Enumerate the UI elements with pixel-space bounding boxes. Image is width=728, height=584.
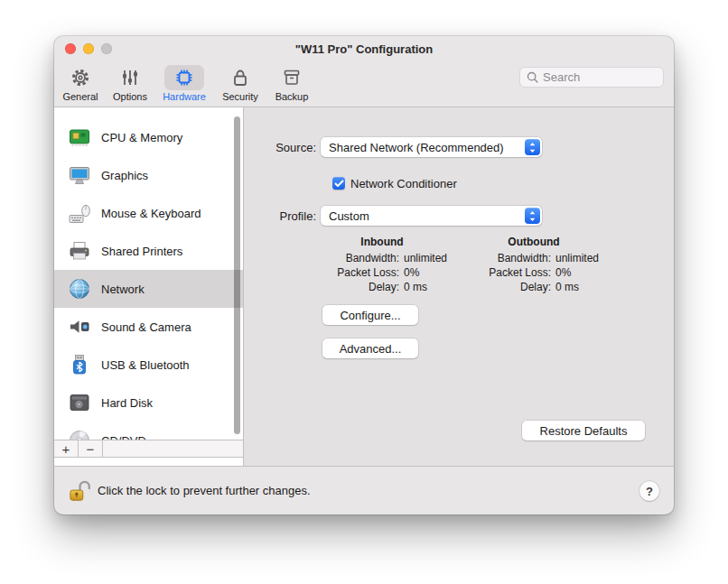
profile-dropdown-value: Custom <box>329 209 542 223</box>
sidebar-item-label: USB & Bluetooth <box>101 358 190 372</box>
stat-row: Delay: 0 ms <box>477 280 612 294</box>
tab-general-label: General <box>62 91 98 102</box>
sidebar-item-label: Mouse & Keyboard <box>101 207 201 220</box>
sidebar-item-hard-disk[interactable]: Hard Disk <box>54 384 243 422</box>
remove-device-button[interactable]: − <box>79 440 103 457</box>
hard-disk-icon <box>67 390 92 415</box>
minimize-window-button[interactable] <box>83 43 94 54</box>
outbound-stats: Outbound Bandwidth: unlimited Packet Los… <box>477 236 612 294</box>
lock-icon <box>229 67 251 88</box>
profile-label: Profile: <box>244 209 316 223</box>
restore-defaults-button[interactable]: Restore Defaults <box>522 421 645 440</box>
toolbar: General Options <box>54 61 674 107</box>
tab-backup-label: Backup <box>275 91 309 102</box>
printer-icon <box>67 238 92 264</box>
sidebar-item-label: CPU & Memory <box>101 131 182 144</box>
sidebar-item-label: Network <box>101 283 145 296</box>
network-conditioner-label: Network Conditioner <box>350 177 457 190</box>
stat-row: Bandwidth: unlimited <box>325 251 461 265</box>
tab-options[interactable]: Options <box>105 63 155 102</box>
advanced-button[interactable]: Advanced... <box>322 338 418 358</box>
sidebar-item-graphics[interactable]: Graphics <box>54 156 243 194</box>
help-button[interactable]: ? <box>639 481 659 501</box>
tab-backup-icon-area <box>272 65 312 90</box>
outbound-header: Outbound <box>477 236 612 251</box>
sidebar-item-mouse-keyboard[interactable]: Mouse & Keyboard <box>54 194 243 232</box>
window-title: "W11 Pro" Configuration <box>54 36 674 63</box>
sidebar-item-label: Sound & Camera <box>101 320 191 334</box>
usb-icon <box>67 352 92 377</box>
footer-bar: Click the lock to prevent further change… <box>54 466 674 514</box>
add-device-button[interactable]: + <box>54 440 79 457</box>
inbound-stats: Inbound Bandwidth: unlimited Packet Loss… <box>325 236 461 294</box>
profile-dropdown[interactable]: Custom <box>321 206 542 226</box>
gear-icon <box>70 67 91 88</box>
tab-backup[interactable]: Backup <box>267 63 316 102</box>
globe-icon <box>67 276 92 301</box>
graphics-icon <box>67 162 92 188</box>
tab-security-label: Security <box>222 91 258 102</box>
tab-hardware-icon-area <box>164 65 204 90</box>
stat-row: Packet Loss: 0% <box>325 265 461 280</box>
archive-icon <box>281 67 303 88</box>
source-dropdown[interactable]: Shared Network (Recommended) <box>321 137 542 157</box>
lock-message: Click the lock to prevent further change… <box>98 484 311 497</box>
tab-general[interactable]: General <box>56 63 105 102</box>
network-conditioner-checkbox[interactable]: Network Conditioner <box>332 176 457 190</box>
tab-security-icon-area <box>220 65 260 90</box>
tab-options-icon-area <box>110 65 150 90</box>
search-icon <box>526 70 539 84</box>
mouse-keyboard-icon <box>67 200 92 226</box>
tab-options-label: Options <box>113 91 147 102</box>
sidebar-item-sound-camera[interactable]: Sound & Camera <box>54 308 243 346</box>
chip-icon <box>173 67 195 88</box>
hardware-sidebar: CPU & Memory Graphics <box>54 107 244 466</box>
stat-row: Packet Loss: 0% <box>477 265 612 280</box>
sound-camera-icon <box>67 314 92 339</box>
sidebar-item-label: Hard Disk <box>101 396 153 410</box>
titlebar: "W11 Pro" Configuration <box>54 36 674 61</box>
tab-general-icon-area <box>61 65 100 90</box>
window-controls <box>65 43 112 54</box>
inbound-header: Inbound <box>325 236 461 251</box>
unlocked-padlock-icon[interactable] <box>69 478 92 504</box>
content-area: CPU & Memory Graphics <box>54 107 674 466</box>
network-settings-panel: Source: Shared Network (Recommended) Net… <box>244 107 674 466</box>
tab-security[interactable]: Security <box>213 63 267 102</box>
tab-hardware[interactable]: Hardware <box>155 63 213 102</box>
tab-hardware-label: Hardware <box>163 91 206 102</box>
stat-row: Delay: 0 ms <box>325 280 461 294</box>
dropdown-stepper-icon <box>525 139 540 155</box>
search-input[interactable] <box>543 70 658 84</box>
sidebar-item-usb-bluetooth[interactable]: USB & Bluetooth <box>54 346 243 384</box>
dropdown-stepper-icon <box>525 208 540 224</box>
sidebar-item-shared-printers[interactable]: Shared Printers <box>54 232 243 270</box>
sidebar-scrollbar[interactable] <box>234 116 240 434</box>
configure-button[interactable]: Configure... <box>322 305 418 325</box>
sliders-icon <box>119 67 141 88</box>
sidebar-device-toolbar: + − <box>54 440 243 458</box>
close-window-button[interactable] <box>65 43 76 54</box>
source-label: Source: <box>244 141 316 154</box>
cpu-memory-icon <box>67 125 92 150</box>
sidebar-item-cpu-memory[interactable]: CPU & Memory <box>54 118 243 156</box>
sidebar-item-label: Graphics <box>101 169 148 182</box>
sidebar-item-label: Shared Printers <box>101 245 182 258</box>
sidebar-item-network[interactable]: Network <box>54 270 243 308</box>
zoom-window-button[interactable] <box>101 43 112 54</box>
toolbar-tabs: General Options <box>56 63 316 102</box>
checkbox-checked-icon <box>332 177 345 190</box>
search-field[interactable] <box>519 67 664 88</box>
configuration-window: "W11 Pro" Configuration General <box>54 36 674 514</box>
source-dropdown-value: Shared Network (Recommended) <box>329 141 542 154</box>
stat-row: Bandwidth: unlimited <box>477 251 612 265</box>
